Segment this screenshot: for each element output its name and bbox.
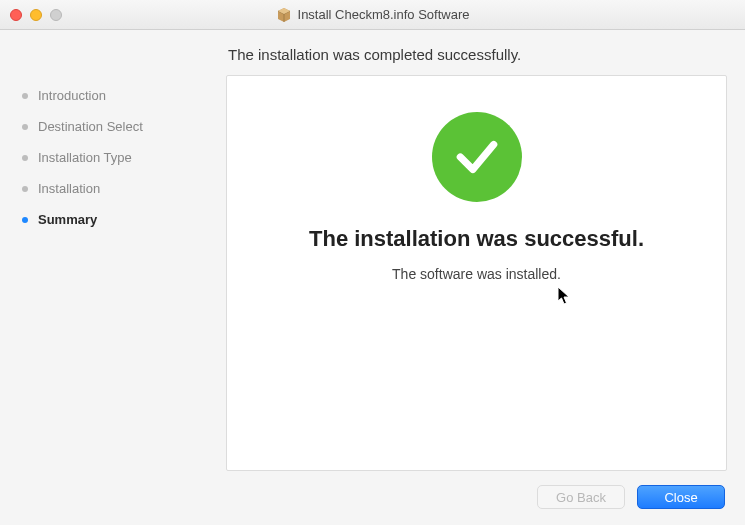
- sidebar-step-label: Destination Select: [38, 119, 143, 134]
- window-controls: [10, 9, 62, 21]
- titlebar: Install Checkm8.info Software: [0, 0, 745, 30]
- minimize-window-button[interactable]: [30, 9, 42, 21]
- success-checkmark-icon: [432, 112, 522, 202]
- sidebar-step-summary: Summary: [18, 204, 208, 235]
- zoom-window-button: [50, 9, 62, 21]
- window-body: Introduction Destination Select Installa…: [0, 30, 745, 525]
- bullet-icon: [22, 217, 28, 223]
- success-heading: The installation was successful.: [309, 226, 644, 252]
- sidebar: Introduction Destination Select Installa…: [18, 42, 208, 471]
- summary-panel: The installation was successful. The sof…: [226, 75, 727, 471]
- package-icon: [276, 7, 292, 23]
- sidebar-step-label: Installation Type: [38, 150, 132, 165]
- bullet-icon: [22, 124, 28, 130]
- sidebar-step-installation-type: Installation Type: [18, 142, 208, 173]
- sidebar-step-label: Installation: [38, 181, 100, 196]
- success-subtext: The software was installed.: [392, 266, 561, 282]
- sidebar-step-introduction: Introduction: [18, 80, 208, 111]
- footer: Go Back Close: [0, 471, 745, 525]
- installer-window: Install Checkm8.info Software Introducti…: [0, 0, 745, 525]
- cursor-icon: [557, 286, 573, 306]
- bullet-icon: [22, 186, 28, 192]
- close-window-button[interactable]: [10, 9, 22, 21]
- sidebar-step-label: Summary: [38, 212, 97, 227]
- main-area: The installation was completed successfu…: [226, 42, 727, 471]
- close-button[interactable]: Close: [637, 485, 725, 509]
- go-back-button: Go Back: [537, 485, 625, 509]
- bullet-icon: [22, 93, 28, 99]
- sidebar-step-installation: Installation: [18, 173, 208, 204]
- content-row: Introduction Destination Select Installa…: [0, 30, 745, 471]
- sidebar-step-destination-select: Destination Select: [18, 111, 208, 142]
- window-title: Install Checkm8.info Software: [298, 7, 470, 22]
- bullet-icon: [22, 155, 28, 161]
- status-heading: The installation was completed successfu…: [226, 42, 727, 75]
- sidebar-step-label: Introduction: [38, 88, 106, 103]
